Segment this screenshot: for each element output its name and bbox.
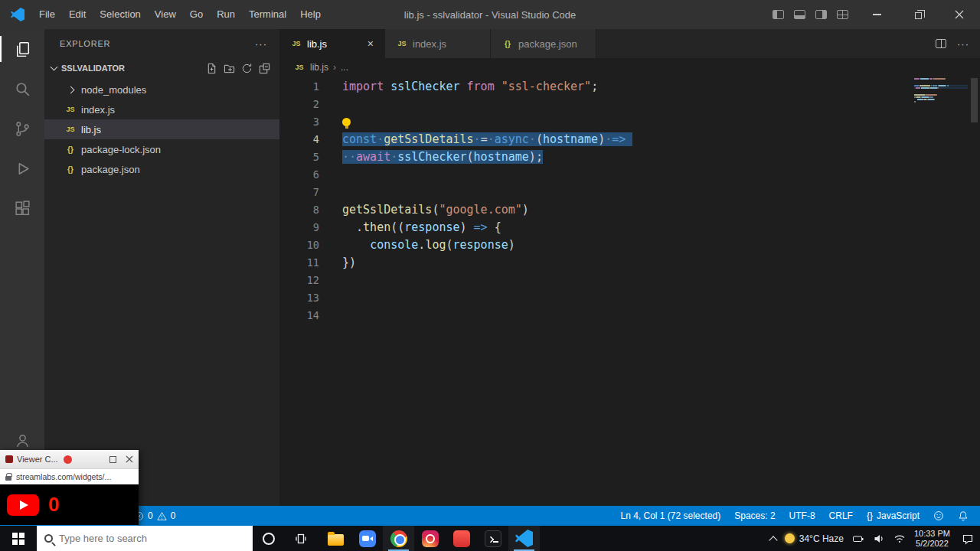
menu-terminal[interactable]: Terminal [242, 5, 293, 24]
tab-lib.js[interactable]: JSlib.js× [279, 29, 385, 58]
scrollbar-slider[interactable] [971, 78, 978, 122]
restore-button[interactable] [897, 0, 939, 29]
cursor-position[interactable]: Ln 4, Col 1 (72 selected) [613, 510, 727, 521]
search-input[interactable] [59, 533, 245, 544]
taskbar-app-red-app[interactable] [446, 526, 477, 551]
customize-layout-icon[interactable] [837, 10, 848, 19]
code-line[interactable]: 4const·getSslDetails·=·async·(hostname)·… [279, 131, 911, 148]
notifications-bell-icon[interactable] [951, 510, 975, 521]
code-line[interactable]: 10 console.log(response) [279, 236, 911, 254]
collapse-all-icon[interactable] [259, 63, 270, 74]
file-name: node_modules [81, 84, 146, 96]
taskbar-app-instagram[interactable] [414, 526, 446, 551]
battery-icon[interactable] [852, 533, 864, 545]
code-line[interactable]: 7 [279, 184, 911, 201]
restore-icon [915, 12, 922, 19]
menu-file[interactable]: File [32, 5, 62, 24]
task-view-button[interactable] [285, 526, 317, 551]
minimize-button[interactable] [856, 0, 897, 29]
widget-titlebar[interactable]: Viewer C... [0, 450, 139, 468]
activitybar-search[interactable] [0, 69, 44, 109]
code-line[interactable]: 14 [279, 307, 911, 324]
hidden-icons-chevron-icon[interactable] [769, 536, 777, 544]
tree-item-node_modules[interactable]: node_modules [44, 80, 279, 99]
activitybar-extensions[interactable] [0, 188, 44, 228]
close-button[interactable] [939, 0, 980, 29]
breadcrumb-file[interactable]: lib.js [310, 62, 328, 73]
refresh-icon[interactable] [241, 63, 253, 74]
tree-item-package-lock.json[interactable]: {}package-lock.json [44, 139, 279, 159]
taskbar-app-vscode[interactable] [508, 526, 540, 551]
new-file-icon[interactable] [206, 63, 217, 74]
explorer-more-actions-icon[interactable]: ··· [255, 38, 267, 50]
folder-section-header[interactable]: SSLVALIDATOR [44, 60, 279, 77]
close-icon[interactable]: × [368, 38, 374, 49]
taskbar-app-zoom[interactable] [351, 526, 383, 551]
code-line[interactable]: 13 [279, 289, 911, 307]
viewer-count-window: Viewer C... streamlabs.com/widgets/... 0 [0, 450, 139, 526]
code-line[interactable]: 2 [279, 96, 911, 113]
code-line[interactable]: 3 [279, 113, 911, 131]
language-mode[interactable]: {} JavaScript [860, 510, 926, 521]
eol-setting[interactable]: CRLF [822, 510, 860, 521]
lightbulb-icon[interactable] [342, 118, 351, 126]
instagram-icon [422, 530, 439, 547]
tree-item-lib.js[interactable]: JSlib.js [44, 119, 279, 139]
menu-go[interactable]: Go [183, 5, 210, 24]
action-center-button[interactable] [959, 533, 974, 545]
files-icon [13, 40, 32, 59]
toggle-panel-icon[interactable] [794, 10, 805, 19]
widget-close-button[interactable] [126, 455, 133, 463]
volume-icon[interactable] [873, 533, 885, 545]
widget-url-bar[interactable]: streamlabs.com/widgets/... [0, 468, 139, 484]
toggle-secondary-sidebar-icon[interactable] [815, 10, 827, 19]
taskbar: 34°C Haze 10:33 PM 5/2/2022 [0, 526, 980, 551]
breadcrumb[interactable]: JS lib.js › ... [279, 58, 980, 77]
feedback-icon[interactable] [926, 510, 951, 521]
menu-selection[interactable]: Selection [93, 5, 147, 24]
taskbar-app-file-explorer[interactable] [320, 526, 351, 551]
tab-package.json[interactable]: {}package.json [491, 29, 596, 58]
activitybar-source-control[interactable] [0, 109, 44, 148]
minimap[interactable] [914, 78, 968, 110]
toggle-sidebar-icon[interactable] [773, 10, 784, 19]
split-editor-icon[interactable] [936, 39, 946, 48]
code-text [319, 307, 342, 324]
menu-run[interactable]: Run [210, 5, 242, 24]
cortana-button[interactable] [253, 526, 285, 551]
activitybar-run-debug[interactable] [0, 148, 44, 188]
tree-item-index.js[interactable]: JSindex.js [44, 99, 279, 119]
code-line[interactable]: 8getSslDetails("google.com") [279, 201, 911, 219]
taskbar-app-chrome[interactable] [383, 526, 414, 551]
taskbar-search[interactable] [37, 526, 253, 551]
indentation-setting[interactable]: Spaces: 2 [727, 510, 782, 521]
encoding-setting[interactable]: UTF-8 [782, 510, 822, 521]
task-view-icon [295, 533, 307, 545]
line-number: 5 [279, 148, 319, 166]
code-line[interactable]: 9 .then((response) => { [279, 219, 911, 236]
widget-restore-button[interactable] [109, 456, 116, 463]
menu-edit[interactable]: Edit [62, 5, 93, 24]
tab-index.js[interactable]: JSindex.js [385, 29, 491, 58]
json-file-icon: {} [64, 165, 77, 174]
weather-widget[interactable]: 34°C Haze [785, 533, 844, 544]
new-folder-icon[interactable] [224, 63, 235, 74]
code-line[interactable]: 1import sslChecker from "ssl-checker"; [279, 78, 911, 96]
taskbar-app-terminal[interactable] [477, 526, 508, 551]
code-line[interactable]: 5··await·sslChecker(hostname); [279, 148, 911, 166]
bell-icon [958, 510, 969, 521]
activitybar-explorer[interactable] [0, 29, 44, 69]
editor-scrollbar[interactable] [969, 77, 980, 506]
editor-more-actions-icon[interactable]: ··· [957, 38, 969, 50]
start-button[interactable] [0, 526, 37, 551]
breadcrumb-more[interactable]: ... [341, 62, 348, 73]
code-line[interactable]: 11}) [279, 254, 911, 272]
tree-item-package.json[interactable]: {}package.json [44, 159, 279, 179]
network-wifi-icon[interactable] [893, 533, 906, 545]
menu-view[interactable]: View [148, 5, 183, 24]
code-line[interactable]: 6 [279, 166, 911, 184]
source-control-icon [13, 119, 32, 139]
taskbar-clock[interactable]: 10:33 PM 5/2/2022 [914, 529, 950, 549]
menu-help[interactable]: Help [293, 5, 328, 24]
code-line[interactable]: 12 [279, 272, 911, 289]
